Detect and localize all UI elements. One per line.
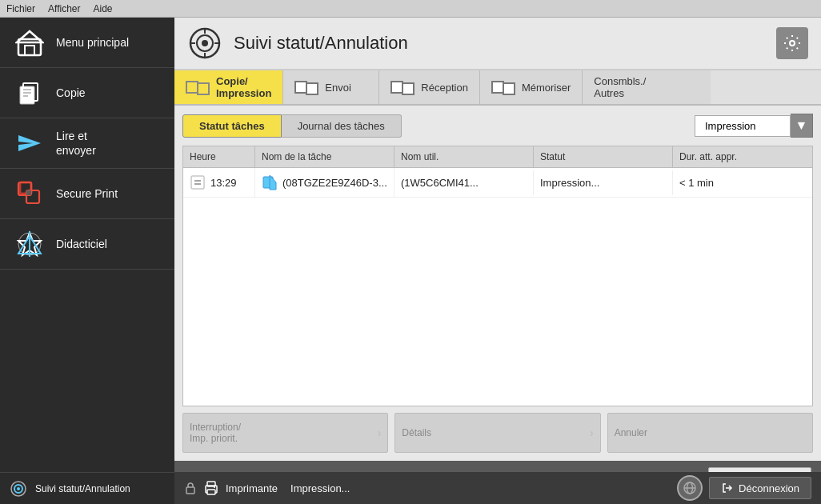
cell-username: (1W5C6CMI41... xyxy=(394,170,534,195)
tab-copie-impression[interactable]: Copie/ Impression xyxy=(174,70,283,104)
table-row[interactable]: 13:29 (08TGZE2E9Z46D-3... xyxy=(183,168,812,198)
tab-label-copie-impression: Copie/ Impression xyxy=(216,75,271,99)
cell-time: 13:29 xyxy=(183,168,255,197)
cell-status: Impression... xyxy=(534,170,673,195)
svg-point-28 xyxy=(790,41,795,46)
tab-memoriser[interactable]: Mémoriser xyxy=(480,70,583,104)
sub-tabs: Statut tâches Journal des tâches Impress… xyxy=(182,114,813,138)
sidebar: Menu principal Copie xyxy=(0,18,174,504)
sidebar-item-menu-principal[interactable]: Menu principal xyxy=(0,18,174,68)
col-statut: Statut xyxy=(534,146,673,167)
col-heure: Heure xyxy=(183,146,255,167)
svg-point-37 xyxy=(17,487,20,490)
logout-button[interactable]: Déconnexion xyxy=(709,477,811,499)
details-button: Détails › xyxy=(394,413,600,453)
cell-taskname: (08TGZE2E9Z46D-3... xyxy=(255,168,394,197)
impression-dropdown[interactable]: Impression xyxy=(695,115,791,137)
svg-point-23 xyxy=(202,40,208,46)
impression-label: Impression xyxy=(705,120,756,132)
tab-label-consmbls: Consmbls./ Autres xyxy=(594,75,646,99)
svg-rect-38 xyxy=(186,487,194,494)
tabs-row: Copie/ Impression Envoi Réception Mémori… xyxy=(174,70,821,106)
tab-consmbls[interactable]: Consmbls./ Autres xyxy=(583,70,711,104)
inner-content: Statut tâches Journal des tâches Impress… xyxy=(174,106,821,461)
cell-username-value: (1W5C6CMI41... xyxy=(401,177,479,189)
cell-taskname-value: (08TGZE2E9Z46D-3... xyxy=(282,177,387,189)
copie-icon xyxy=(14,78,45,108)
footer-right: Déconnexion xyxy=(677,475,811,501)
subtab-journal[interactable]: Journal des tâches xyxy=(282,114,402,138)
didacticiel-icon xyxy=(14,229,45,259)
footer-status-text: Impression... xyxy=(290,482,350,494)
logout-icon xyxy=(721,482,734,494)
tab-checkbox-memoriser2 xyxy=(503,82,515,95)
tab-label-envoi: Envoi xyxy=(325,82,351,94)
footer-printer-label: Imprimante xyxy=(226,482,278,494)
details-arrow: › xyxy=(590,426,594,439)
send-icon xyxy=(14,128,45,158)
sidebar-label-menu-principal: Menu principal xyxy=(56,35,129,50)
tab-label-memoriser: Mémoriser xyxy=(522,82,571,94)
menu-afficher[interactable]: Afficher xyxy=(48,3,80,14)
tab-envoi[interactable]: Envoi xyxy=(283,70,379,104)
page-title: Suivi statut/Annulation xyxy=(234,33,408,54)
svg-rect-29 xyxy=(191,176,204,189)
menu-bar: Fichier Afficher Aide xyxy=(0,0,821,18)
interruption-label: Interruption/ Imp. priorit. xyxy=(190,422,241,444)
sidebar-item-secure-print[interactable]: Secure Print xyxy=(0,169,174,219)
col-nom-tache: Nom de la tâche xyxy=(255,146,394,167)
tab-checkbox-reception2 xyxy=(402,82,415,95)
svg-marker-8 xyxy=(18,135,41,151)
subtab-statut-taches[interactable]: Statut tâches xyxy=(182,114,282,138)
lock-icon xyxy=(184,482,197,494)
interruption-arrow: › xyxy=(378,426,382,439)
dropdown-arrow[interactable]: ▼ xyxy=(791,114,813,138)
cell-duration: < 1 min xyxy=(673,170,812,195)
tab-label-reception: Réception xyxy=(421,82,468,94)
dropdown-right: Impression ▼ xyxy=(695,114,813,138)
interruption-button: Interruption/ Imp. priorit. › xyxy=(182,413,388,453)
svg-rect-13 xyxy=(26,190,31,195)
footer-bar: Imprimante Impression... Dé xyxy=(174,472,821,504)
logout-label: Déconnexion xyxy=(739,482,799,494)
task-table: Heure Nom de la tâche Nom util. Statut D… xyxy=(182,146,813,406)
sidebar-footer: Suivi statut/Annulation xyxy=(0,472,174,504)
printer-icon xyxy=(203,480,219,496)
sidebar-item-lire-envoyer[interactable]: Lire et envoyer xyxy=(0,118,174,169)
header-icon xyxy=(187,26,222,61)
col-nom-util: Nom util. xyxy=(394,146,534,167)
menu-aide[interactable]: Aide xyxy=(93,3,112,14)
cell-time-value: 13:29 xyxy=(210,177,237,189)
content-area: Suivi statut/Annulation Copie/ Impressio… xyxy=(174,18,821,504)
settings-button[interactable] xyxy=(776,27,808,59)
svg-rect-2 xyxy=(25,46,34,55)
footer-printer: Imprimante xyxy=(184,480,278,496)
tab-checkbox-copie2 xyxy=(197,82,210,95)
network-icon xyxy=(677,475,703,501)
annuler-label: Annuler xyxy=(615,427,647,438)
table-header: Heure Nom de la tâche Nom util. Statut D… xyxy=(183,146,812,168)
sidebar-label-lire-envoyer: Lire et envoyer xyxy=(56,129,96,158)
tab-reception[interactable]: Réception xyxy=(379,70,480,104)
menu-fichier[interactable]: Fichier xyxy=(6,3,35,14)
tab-checkbox-envoi2 xyxy=(306,82,318,95)
task-icon xyxy=(262,174,278,190)
home-icon xyxy=(14,27,45,58)
cell-duration-value: < 1 min xyxy=(679,177,714,189)
sidebar-item-didacticiel[interactable]: Didacticiel xyxy=(0,219,174,270)
sidebar-label-secure-print: Secure Print xyxy=(56,186,118,201)
secure-print-icon xyxy=(14,178,45,209)
sidebar-footer-label: Suivi statut/Annulation xyxy=(35,483,130,494)
annuler-button: Annuler xyxy=(607,413,813,453)
svg-rect-40 xyxy=(207,490,215,494)
cell-status-value: Impression... xyxy=(540,177,599,189)
action-buttons: Interruption/ Imp. priorit. › Détails › … xyxy=(182,413,813,453)
sidebar-label-copie: Copie xyxy=(56,86,86,100)
content-header: Suivi statut/Annulation xyxy=(174,18,821,70)
row-icon xyxy=(190,174,206,190)
sidebar-item-copie[interactable]: Copie xyxy=(0,68,174,118)
svg-marker-1 xyxy=(17,31,42,42)
col-duree: Dur. att. appr. xyxy=(673,146,812,167)
details-label: Détails xyxy=(402,427,431,438)
sidebar-label-didacticiel: Didacticiel xyxy=(56,237,107,251)
